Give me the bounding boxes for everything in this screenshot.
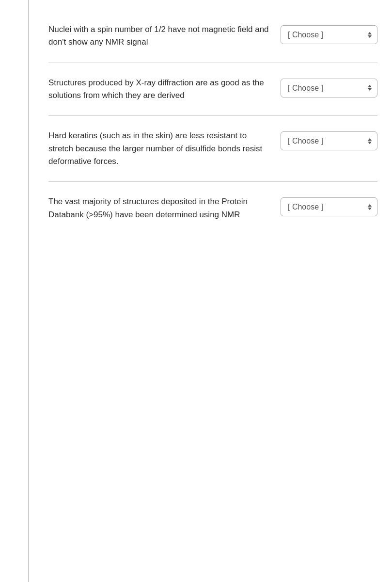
dropdown-select-3[interactable]: [ Choose ] True False	[281, 131, 377, 150]
dropdown-wrapper-3: [ Choose ] True False	[281, 131, 377, 150]
dropdown-select-4[interactable]: [ Choose ] True False	[281, 197, 377, 216]
dropdown-wrapper-4: [ Choose ] True False	[281, 197, 377, 216]
dropdown-select-2[interactable]: [ Choose ] True False	[281, 79, 377, 97]
question-row-4: The vast majority of structures deposite…	[48, 182, 377, 235]
question-row-3: Hard keratins (such as in the skin) are …	[48, 116, 377, 182]
question-text-2: Structures produced by X-ray diffraction…	[48, 77, 281, 102]
dropdown-container-1: [ Choose ] True False	[281, 25, 377, 44]
question-row-1: Nuclei with a spin number of 1/2 have no…	[48, 10, 377, 63]
content-area: Nuclei with a spin number of 1/2 have no…	[29, 0, 392, 582]
question-text-3: Hard keratins (such as in the skin) are …	[48, 129, 281, 168]
dropdown-wrapper-2: [ Choose ] True False	[281, 79, 377, 97]
dropdown-container-2: [ Choose ] True False	[281, 79, 377, 97]
page-container: Nuclei with a spin number of 1/2 have no…	[0, 0, 392, 582]
question-text-1: Nuclei with a spin number of 1/2 have no…	[48, 23, 281, 49]
dropdown-container-3: [ Choose ] True False	[281, 131, 377, 150]
dropdown-container-4: [ Choose ] True False	[281, 197, 377, 216]
dropdown-wrapper-1: [ Choose ] True False	[281, 25, 377, 44]
question-text-4: The vast majority of structures deposite…	[48, 195, 281, 221]
dropdown-select-1[interactable]: [ Choose ] True False	[281, 25, 377, 44]
left-border	[0, 0, 29, 582]
question-row-2: Structures produced by X-ray diffraction…	[48, 63, 377, 116]
